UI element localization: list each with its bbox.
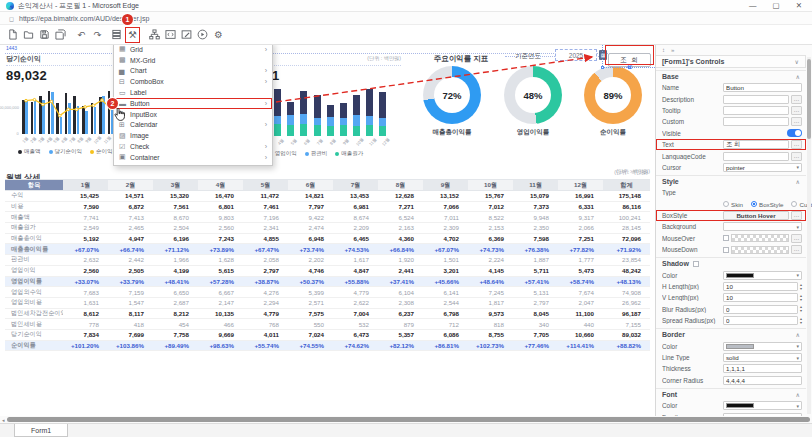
more-button[interactable]: … xyxy=(791,106,802,115)
new-file-icon[interactable] xyxy=(6,28,19,42)
Color-color-select[interactable]: ▾ xyxy=(723,271,802,280)
more-button[interactable]: … xyxy=(791,234,802,243)
more-button[interactable]: … xyxy=(791,211,802,220)
edit-icon[interactable] xyxy=(180,28,193,42)
stepper-arrows-icon[interactable]: ▴▾ xyxy=(800,305,802,313)
maximize-icon[interactable]: ▢ xyxy=(773,1,780,10)
MouseOver-swatch[interactable] xyxy=(731,234,789,242)
hierarchy-icon[interactable] xyxy=(148,28,161,42)
menu-item-button[interactable]: ▬Button› xyxy=(114,98,272,109)
BoxStyle-button[interactable]: Button Hover xyxy=(723,211,789,220)
menu-item-chart[interactable]: ▅Chart› xyxy=(114,66,272,77)
radio-skin[interactable]: Skin xyxy=(723,201,743,208)
section-header-shadow[interactable]: Shadow xyxy=(656,257,806,269)
MouseDown-swatch[interactable] xyxy=(731,246,789,254)
undo-icon[interactable]: ↶ xyxy=(75,28,88,42)
more-button[interactable]: … xyxy=(791,95,802,104)
segment-매출원가 xyxy=(287,125,294,136)
Blur Radius(px)-stepper[interactable] xyxy=(723,305,798,314)
x-tick-label: 5월 xyxy=(288,136,301,149)
donut-영업이익률[interactable]: 48%영업이익률 xyxy=(497,66,569,137)
Cursor-select[interactable]: pointer▾ xyxy=(723,163,802,172)
tab-form1[interactable]: Form1 xyxy=(14,424,68,437)
shadow-enable-checkbox[interactable] xyxy=(693,261,699,267)
stepper-arrows-icon[interactable]: ▴▾ xyxy=(800,294,802,302)
panel-header[interactable]: [Form1]'s Controls ∨ xyxy=(656,55,806,68)
Text-input[interactable] xyxy=(723,140,789,149)
Name-input[interactable] xyxy=(723,83,802,92)
more-button[interactable]: … xyxy=(791,152,802,161)
calendar-picker-icon[interactable]: ▦ xyxy=(599,50,607,60)
column-header: 2월 xyxy=(108,180,153,191)
menu-item-check[interactable]: ☑Check› xyxy=(114,141,272,152)
Custom-input[interactable] xyxy=(723,117,789,126)
scroll-left-icon[interactable]: ◂ xyxy=(2,417,5,423)
scrollbar-thumb[interactable] xyxy=(807,59,811,139)
MouseOver-checkbox[interactable] xyxy=(723,235,729,241)
Visible-toggle[interactable] xyxy=(787,129,802,137)
horizontal-scrollbar[interactable]: ◂ xyxy=(0,416,812,423)
close-icon[interactable]: ✕ xyxy=(796,1,802,10)
Color-color-select[interactable]: ▾ xyxy=(723,401,802,410)
section-header-base[interactable]: Base∧ xyxy=(656,70,806,82)
monthly-detail-table[interactable]: 항목1월2월3월4월5월6월7월8월9월10월11월12월합계 수익15,425… xyxy=(5,179,650,351)
Description-input[interactable] xyxy=(723,95,789,104)
cell-value: 6,650 xyxy=(153,287,198,298)
menu-item-mx-grid[interactable]: ▩MX-Grid xyxy=(114,55,272,66)
design-canvas[interactable]: 1443 당기순이익 89,032 6,000,000,000 0 1월2월3월… xyxy=(0,45,655,416)
save-all-icon[interactable] xyxy=(54,28,67,42)
menu-item-container[interactable]: ▣Container› xyxy=(114,152,272,163)
Tooltip-input[interactable] xyxy=(723,106,789,115)
more-button[interactable]: … xyxy=(791,140,802,149)
section-header-font[interactable]: Font∧ xyxy=(656,388,806,400)
component-dropdown-menu[interactable]: ▦Grid›▩MX-Grid▅Chart›⊟ComboBox›▭Label▬Bu… xyxy=(113,45,273,166)
toolbox-icon[interactable]: ⚒ xyxy=(126,28,139,42)
save-icon[interactable] xyxy=(38,28,51,42)
page-info-icon[interactable]: ◻ xyxy=(9,15,14,22)
donut-매출총이익률[interactable]: 72%매출총이익률 xyxy=(416,66,488,137)
minimize-icon[interactable]: — xyxy=(749,1,757,10)
stepper-arrows-icon[interactable]: ▴▾ xyxy=(800,317,802,325)
run-icon[interactable] xyxy=(196,28,209,42)
Family-select[interactable]: default▾ xyxy=(723,413,802,416)
Background-select[interactable]: ▾ xyxy=(723,222,802,231)
donut-순이익률[interactable]: 89%순이익률 xyxy=(577,66,649,137)
open-folder-icon[interactable] xyxy=(22,28,35,42)
property-label: Blur Radius(px) xyxy=(662,306,720,313)
more-button[interactable]: … xyxy=(791,245,802,254)
scrollbar-thumb[interactable] xyxy=(7,417,810,422)
table-row: 매출총이익5,1924,9476,1967,2434,8556,9486,465… xyxy=(5,233,650,244)
resize-handle[interactable] xyxy=(601,66,604,69)
cell-value: 7,683 xyxy=(63,287,108,298)
menu-item-combobox[interactable]: ⊟ComboBox› xyxy=(114,76,272,87)
menu-item-image[interactable]: ▨Image xyxy=(114,130,272,141)
code-icon[interactable] xyxy=(164,28,177,42)
redo-icon[interactable]: ↷ xyxy=(91,28,104,42)
section-header-style[interactable]: Style∧ xyxy=(656,175,806,187)
table-row: 비용7,5906,8727,5616,8017,4617,7976,9817,2… xyxy=(5,201,650,212)
V Length(px)-stepper[interactable] xyxy=(723,293,798,302)
dock-resize-icon[interactable]: ↕ xyxy=(662,47,665,53)
Line Type-select[interactable]: solid▾ xyxy=(723,353,802,362)
Spread Radius(px)-stepper[interactable] xyxy=(723,316,798,325)
Corner Radius-input[interactable] xyxy=(723,376,802,385)
stepper-arrows-icon[interactable]: ▴▾ xyxy=(800,283,802,291)
Thickness-input[interactable] xyxy=(723,364,802,373)
net-income-chart-widget[interactable]: 당기순이익 89,032 6,000,000,000 0 1월2월3월4월5월6… xyxy=(6,54,130,164)
menu-item-inputbox[interactable]: ▯InputBox xyxy=(114,109,272,120)
menu-item-label[interactable]: ▭Label xyxy=(114,87,272,98)
MouseDown-checkbox[interactable] xyxy=(723,247,729,253)
dock-collapse-icon[interactable]: » xyxy=(671,47,674,53)
menu-item-grid[interactable]: ▦Grid› xyxy=(114,45,272,55)
settings-icon[interactable]: ⚙ xyxy=(212,28,225,42)
LanguageCode-input[interactable] xyxy=(723,152,789,161)
base-year-input[interactable] xyxy=(555,49,597,61)
more-button[interactable]: … xyxy=(791,117,802,126)
radio-boxstyle[interactable]: BoxStyle xyxy=(751,201,783,208)
H Length(px)-stepper[interactable] xyxy=(723,282,798,291)
section-header-border[interactable]: Border∧ xyxy=(656,328,806,340)
menu-item-calendar[interactable]: ⊞Calendar› xyxy=(114,120,272,131)
panel-scrollbar[interactable] xyxy=(807,57,811,414)
Color-color-select[interactable]: ▾ xyxy=(723,342,802,351)
datasource-icon[interactable] xyxy=(110,28,123,42)
